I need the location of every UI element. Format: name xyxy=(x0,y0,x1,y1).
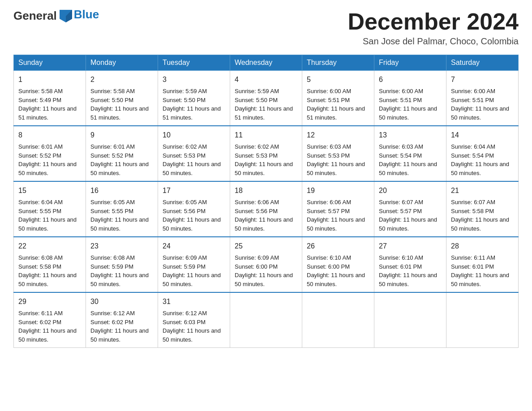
sunset-text: Sunset: 6:02 PM xyxy=(90,319,133,325)
weekday-header-sunday: Sunday xyxy=(14,55,86,71)
sunset-text: Sunset: 5:54 PM xyxy=(451,152,494,159)
sunset-text: Sunset: 5:56 PM xyxy=(235,208,278,214)
day-number: 15 xyxy=(18,185,81,196)
logo-text-general: General xyxy=(13,9,57,23)
sunset-text: Sunset: 5:50 PM xyxy=(235,97,278,103)
sunrise-text: Sunrise: 6:04 AM xyxy=(18,199,63,206)
calendar-cell: 22Sunrise: 6:08 AMSunset: 5:58 PMDayligh… xyxy=(14,237,86,292)
daylight-text: Daylight: 11 hours and 50 minutes. xyxy=(307,216,365,232)
calendar-cell: 27Sunrise: 6:10 AMSunset: 6:01 PMDayligh… xyxy=(374,237,446,292)
sunset-text: Sunset: 5:53 PM xyxy=(307,152,350,159)
day-number: 28 xyxy=(451,241,514,252)
calendar-cell: 9Sunrise: 6:01 AMSunset: 5:52 PMDaylight… xyxy=(86,126,158,181)
day-number: 19 xyxy=(307,185,369,196)
day-number: 2 xyxy=(90,74,153,85)
location: San Jose del Palmar, Choco, Colombia xyxy=(348,36,519,47)
calendar-cell: 4Sunrise: 5:59 AMSunset: 5:50 PMDaylight… xyxy=(230,71,302,126)
weekday-header-tuesday: Tuesday xyxy=(158,55,230,71)
title-block: December 2024 San Jose del Palmar, Choco… xyxy=(348,9,519,47)
calendar-cell: 12Sunrise: 6:03 AMSunset: 5:53 PMDayligh… xyxy=(302,126,374,181)
sunrise-text: Sunrise: 6:03 AM xyxy=(379,143,423,150)
day-number: 4 xyxy=(235,74,297,85)
day-number: 27 xyxy=(379,241,442,252)
daylight-text: Daylight: 11 hours and 50 minutes. xyxy=(307,161,365,176)
sunrise-text: Sunrise: 6:12 AM xyxy=(163,310,207,317)
sunset-text: Sunset: 5:59 PM xyxy=(163,263,206,270)
day-number: 20 xyxy=(379,185,442,196)
sunset-text: Sunset: 6:01 PM xyxy=(379,263,422,270)
sunset-text: Sunset: 5:51 PM xyxy=(379,97,422,103)
day-number: 5 xyxy=(307,74,369,85)
calendar-cell: 3Sunrise: 5:59 AMSunset: 5:50 PMDaylight… xyxy=(158,71,230,126)
calendar-cell xyxy=(230,292,302,348)
sunrise-text: Sunrise: 6:11 AM xyxy=(451,254,495,261)
sunrise-text: Sunrise: 6:07 AM xyxy=(379,199,423,206)
day-number: 8 xyxy=(18,130,81,141)
day-number: 18 xyxy=(235,185,297,196)
calendar-cell: 24Sunrise: 6:09 AMSunset: 5:59 PMDayligh… xyxy=(158,237,230,292)
daylight-text: Daylight: 11 hours and 50 minutes. xyxy=(451,161,509,176)
sunset-text: Sunset: 5:52 PM xyxy=(18,152,61,159)
sunrise-text: Sunrise: 6:00 AM xyxy=(307,88,351,94)
sunset-text: Sunset: 5:56 PM xyxy=(163,208,206,214)
calendar-cell: 18Sunrise: 6:06 AMSunset: 5:56 PMDayligh… xyxy=(230,181,302,237)
day-number: 31 xyxy=(163,296,225,307)
weekday-header-saturday: Saturday xyxy=(446,55,519,71)
calendar-cell: 30Sunrise: 6:12 AMSunset: 6:02 PMDayligh… xyxy=(86,292,158,348)
calendar-cell: 17Sunrise: 6:05 AMSunset: 5:56 PMDayligh… xyxy=(158,181,230,237)
calendar-cell xyxy=(446,292,519,348)
weekday-header-friday: Friday xyxy=(374,55,446,71)
week-row-2: 8Sunrise: 6:01 AMSunset: 5:52 PMDaylight… xyxy=(14,126,519,181)
week-row-5: 29Sunrise: 6:11 AMSunset: 6:02 PMDayligh… xyxy=(14,292,519,348)
calendar-cell: 10Sunrise: 6:02 AMSunset: 5:53 PMDayligh… xyxy=(158,126,230,181)
calendar-cell xyxy=(374,292,446,348)
calendar-cell: 14Sunrise: 6:04 AMSunset: 5:54 PMDayligh… xyxy=(446,126,519,181)
sunrise-text: Sunrise: 6:06 AM xyxy=(307,199,351,206)
sunset-text: Sunset: 5:55 PM xyxy=(90,208,133,214)
sunrise-text: Sunrise: 6:00 AM xyxy=(451,88,495,94)
sunset-text: Sunset: 5:58 PM xyxy=(18,263,61,270)
sunset-text: Sunset: 5:58 PM xyxy=(451,208,494,214)
weekday-header-row: SundayMondayTuesdayWednesdayThursdayFrid… xyxy=(14,55,519,71)
sunset-text: Sunset: 5:50 PM xyxy=(163,97,206,103)
sunset-text: Sunset: 6:00 PM xyxy=(235,263,278,270)
daylight-text: Daylight: 11 hours and 50 minutes. xyxy=(235,216,293,232)
logo: General Blue xyxy=(13,9,99,23)
sunrise-text: Sunrise: 6:07 AM xyxy=(451,199,495,206)
logo-text-blue: Blue xyxy=(74,9,99,20)
page-header: General Blue December 2024 San Jose del … xyxy=(13,9,519,47)
calendar-cell: 16Sunrise: 6:05 AMSunset: 5:55 PMDayligh… xyxy=(86,181,158,237)
daylight-text: Daylight: 11 hours and 50 minutes. xyxy=(90,272,149,287)
sunrise-text: Sunrise: 6:00 AM xyxy=(379,88,423,94)
calendar-cell: 2Sunrise: 5:58 AMSunset: 5:50 PMDaylight… xyxy=(86,71,158,126)
daylight-text: Daylight: 11 hours and 50 minutes. xyxy=(451,272,509,287)
sunrise-text: Sunrise: 6:02 AM xyxy=(235,143,279,150)
day-number: 22 xyxy=(18,241,81,252)
daylight-text: Daylight: 11 hours and 50 minutes. xyxy=(18,272,77,287)
calendar-cell xyxy=(302,292,374,348)
sunrise-text: Sunrise: 6:02 AM xyxy=(163,143,207,150)
weekday-header-monday: Monday xyxy=(86,55,158,71)
daylight-text: Daylight: 11 hours and 51 minutes. xyxy=(307,105,365,121)
daylight-text: Daylight: 11 hours and 50 minutes. xyxy=(163,272,221,287)
calendar-cell: 23Sunrise: 6:08 AMSunset: 5:59 PMDayligh… xyxy=(86,237,158,292)
week-row-3: 15Sunrise: 6:04 AMSunset: 5:55 PMDayligh… xyxy=(14,181,519,237)
daylight-text: Daylight: 11 hours and 50 minutes. xyxy=(90,327,149,343)
daylight-text: Daylight: 11 hours and 50 minutes. xyxy=(163,161,221,176)
daylight-text: Daylight: 11 hours and 51 minutes. xyxy=(90,105,149,121)
daylight-text: Daylight: 11 hours and 50 minutes. xyxy=(451,216,509,232)
calendar-cell: 8Sunrise: 6:01 AMSunset: 5:52 PMDaylight… xyxy=(14,126,86,181)
sunset-text: Sunset: 5:57 PM xyxy=(379,208,422,214)
daylight-text: Daylight: 11 hours and 50 minutes. xyxy=(379,105,437,121)
sunrise-text: Sunrise: 5:58 AM xyxy=(90,88,135,94)
daylight-text: Daylight: 11 hours and 50 minutes. xyxy=(18,216,77,232)
sunset-text: Sunset: 5:54 PM xyxy=(379,152,422,159)
week-row-1: 1Sunrise: 5:58 AMSunset: 5:49 PMDaylight… xyxy=(14,71,519,126)
day-number: 1 xyxy=(18,74,81,85)
day-number: 3 xyxy=(163,74,225,85)
sunset-text: Sunset: 6:02 PM xyxy=(18,319,61,325)
sunset-text: Sunset: 5:51 PM xyxy=(451,97,494,103)
sunrise-text: Sunrise: 6:01 AM xyxy=(90,143,135,150)
day-number: 11 xyxy=(235,130,297,141)
logo-icon xyxy=(60,10,72,22)
